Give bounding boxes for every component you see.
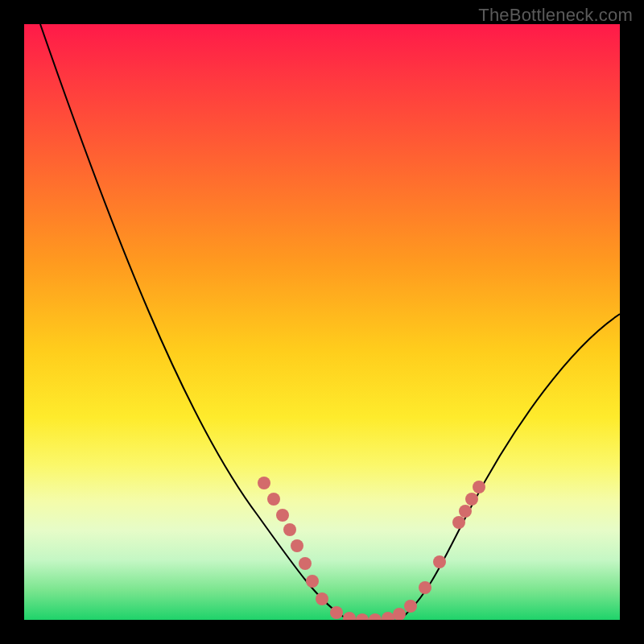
- curve-marker: [306, 575, 319, 588]
- chart-frame: TheBottleneck.com: [0, 0, 644, 644]
- curve-marker: [356, 613, 369, 620]
- curve-marker: [330, 606, 343, 619]
- curve-marker: [404, 600, 417, 613]
- watermark-text: TheBottleneck.com: [478, 5, 633, 26]
- marker-group: [258, 477, 485, 620]
- chart-svg: [24, 24, 620, 620]
- curve-marker: [291, 539, 303, 552]
- curve-marker: [473, 481, 485, 493]
- curve-marker: [343, 612, 356, 620]
- curve-marker: [419, 581, 431, 594]
- curve-marker: [283, 523, 296, 536]
- curve-marker: [382, 612, 394, 620]
- curve-marker: [393, 608, 406, 620]
- curve-marker: [433, 555, 446, 568]
- curve-marker: [452, 516, 465, 529]
- curve-marker: [299, 557, 312, 570]
- curve-marker: [316, 592, 328, 605]
- curve-marker: [369, 613, 382, 620]
- curve-marker: [276, 509, 289, 522]
- bottleneck-curve: [40, 24, 620, 620]
- curve-marker: [459, 505, 472, 518]
- curve-marker: [267, 493, 280, 506]
- plot-area: [24, 24, 620, 620]
- curve-marker: [258, 477, 270, 489]
- curve-marker: [465, 493, 478, 506]
